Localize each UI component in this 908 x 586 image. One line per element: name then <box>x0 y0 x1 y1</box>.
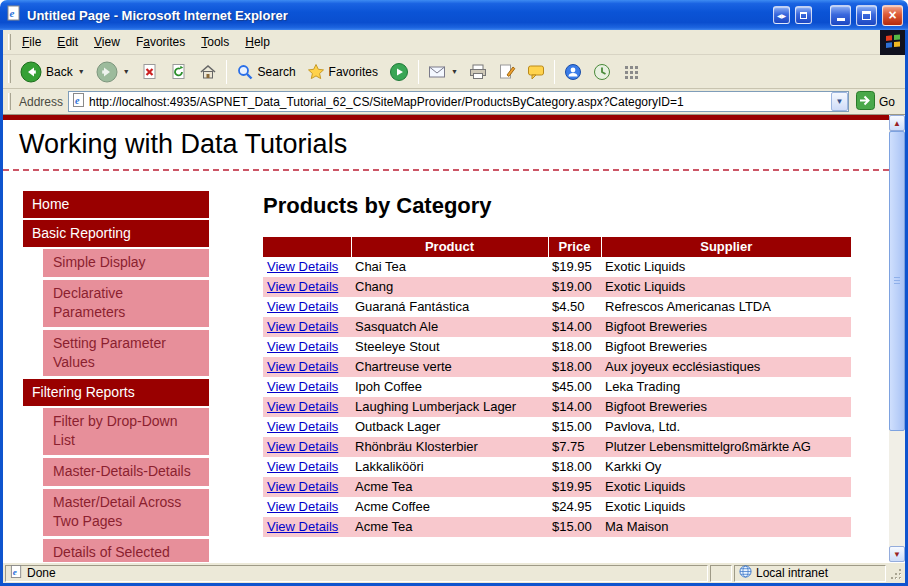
nav-item-basic-reporting[interactable]: Basic Reporting <box>23 220 209 247</box>
view-details-link[interactable]: View Details <box>267 379 338 394</box>
view-details-link[interactable]: View Details <box>267 339 338 354</box>
browser-viewport: Working with Data Tutorials HomeBasic Re… <box>3 115 905 562</box>
forward-dropdown-icon[interactable]: ▼ <box>123 68 130 75</box>
maximize-button[interactable] <box>856 5 877 26</box>
supplier-cell: Bigfoot Breweries <box>601 317 851 337</box>
nav-item-declarative-parameters[interactable]: Declarative Parameters <box>43 280 209 327</box>
scroll-down-button[interactable]: ▼ <box>889 546 905 562</box>
messenger-icon <box>564 63 582 81</box>
edit-icon <box>498 63 516 81</box>
toolbar-separator <box>418 60 419 84</box>
table-row: View DetailsOutback Lager$15.00Pavlova, … <box>263 417 851 437</box>
security-zone-panel: Local intranet <box>734 565 886 582</box>
nav-item-details-of-selected-row[interactable]: Details of Selected Row <box>43 539 209 562</box>
price-cell: $14.00 <box>548 317 601 337</box>
titlebar-window-button[interactable] <box>795 6 812 24</box>
view-details-link[interactable]: View Details <box>267 419 338 434</box>
toolbar-grip[interactable] <box>8 93 11 111</box>
stop-button[interactable] <box>136 60 164 84</box>
view-details-cell: View Details <box>263 317 351 337</box>
product-cell: Outback Lager <box>351 417 548 437</box>
nav-item-home[interactable]: Home <box>23 191 209 218</box>
go-button[interactable]: Go <box>854 89 901 115</box>
menu-item-view[interactable]: View <box>86 31 128 53</box>
menu-item-tools[interactable]: Tools <box>193 31 237 53</box>
vertical-scrollbar[interactable]: ▲ ▼ <box>889 115 905 562</box>
view-details-link[interactable]: View Details <box>267 299 338 314</box>
view-details-link[interactable]: View Details <box>267 279 338 294</box>
media-button[interactable] <box>384 59 414 85</box>
status-message-panel: e Done <box>5 565 708 582</box>
product-cell: Lakkalikööri <box>351 457 548 477</box>
mail-dropdown-icon[interactable]: ▼ <box>451 68 458 75</box>
title-bar[interactable]: e Untitled Page - Microsoft Internet Exp… <box>0 0 908 30</box>
view-details-link[interactable]: View Details <box>267 439 338 454</box>
nav-item-filtering-reports[interactable]: Filtering Reports <box>23 379 209 406</box>
view-details-link[interactable]: View Details <box>267 479 338 494</box>
view-details-link[interactable]: View Details <box>267 399 338 414</box>
messenger-button[interactable] <box>559 60 587 84</box>
scroll-up-button[interactable]: ▲ <box>889 115 905 131</box>
titlebar-nav-arrows-button[interactable]: ◀▶ <box>773 6 790 24</box>
view-details-link[interactable]: View Details <box>267 459 338 474</box>
supplier-cell: Bigfoot Breweries <box>601 337 851 357</box>
home-button[interactable] <box>194 60 222 84</box>
refresh-button[interactable] <box>165 60 193 84</box>
favorites-button[interactable]: Favorites <box>302 60 383 84</box>
history-button[interactable] <box>588 60 616 84</box>
resize-grip[interactable] <box>888 566 903 581</box>
forward-icon <box>96 61 118 83</box>
view-details-link[interactable]: View Details <box>267 499 338 514</box>
close-button[interactable]: × <box>882 5 903 26</box>
price-cell: $18.00 <box>548 337 601 357</box>
sidebar-nav: HomeBasic ReportingSimple DisplayDeclara… <box>23 191 209 562</box>
mail-button[interactable]: ▼ <box>423 60 463 84</box>
scrollbar-track[interactable] <box>889 131 905 546</box>
view-details-link[interactable]: View Details <box>267 319 338 334</box>
menu-bar: FileEditViewFavoritesToolsHelp <box>3 30 905 55</box>
menu-item-help[interactable]: Help <box>237 31 278 53</box>
view-details-cell: View Details <box>263 277 351 297</box>
intranet-globe-icon <box>739 565 752 581</box>
view-details-link[interactable]: View Details <box>267 359 338 374</box>
forward-button[interactable]: ▼ <box>91 58 135 86</box>
menu-item-favorites[interactable]: Favorites <box>128 31 193 53</box>
windows-logo-throbber-icon <box>880 30 905 55</box>
product-cell: Guaraná Fantástica <box>351 297 548 317</box>
toolbar-grip[interactable] <box>8 34 11 51</box>
discuss-button[interactable] <box>522 60 550 84</box>
address-dropdown-icon[interactable]: ▼ <box>831 92 848 111</box>
address-input[interactable] <box>89 92 831 111</box>
price-cell: $18.00 <box>548 357 601 377</box>
nav-item-simple-display[interactable]: Simple Display <box>43 249 209 277</box>
minimize-button[interactable] <box>830 5 851 26</box>
view-details-cell: View Details <box>263 337 351 357</box>
price-cell: $19.95 <box>548 257 601 277</box>
fullscreen-grid-button[interactable] <box>617 60 645 84</box>
back-dropdown-icon[interactable]: ▼ <box>78 68 85 75</box>
product-cell: Laughing Lumberjack Lager <box>351 397 548 417</box>
price-cell: $45.00 <box>548 377 601 397</box>
view-details-cell: View Details <box>263 377 351 397</box>
toolbar-grip[interactable] <box>8 60 11 83</box>
products-table-body: View DetailsChai Tea$19.95Exotic Liquids… <box>263 257 851 537</box>
svg-text:e: e <box>13 567 17 577</box>
menu-item-file[interactable]: File <box>14 31 49 53</box>
search-button[interactable]: Search <box>231 60 301 84</box>
table-row: View DetailsChai Tea$19.95Exotic Liquids <box>263 257 851 277</box>
refresh-icon <box>170 63 188 81</box>
nav-item-setting-parameter-values[interactable]: Setting Parameter Values <box>43 330 209 377</box>
scrollbar-thumb[interactable] <box>889 131 905 431</box>
view-details-cell: View Details <box>263 517 351 537</box>
nav-item-master-detail-across-two-pages[interactable]: Master/Detail Across Two Pages <box>43 489 209 536</box>
address-label: Address <box>19 95 63 109</box>
print-button[interactable] <box>464 60 492 84</box>
menu-item-edit[interactable]: Edit <box>49 31 86 53</box>
nav-item-master-details-details[interactable]: Master-Details-Details <box>43 458 209 486</box>
edit-button[interactable] <box>493 60 521 84</box>
view-details-link[interactable]: View Details <box>267 259 338 274</box>
nav-item-filter-by-drop-down-list[interactable]: Filter by Drop-Down List <box>43 408 209 455</box>
back-button[interactable]: Back ▼ <box>15 58 90 86</box>
view-details-cell: View Details <box>263 457 351 477</box>
view-details-link[interactable]: View Details <box>267 519 338 534</box>
